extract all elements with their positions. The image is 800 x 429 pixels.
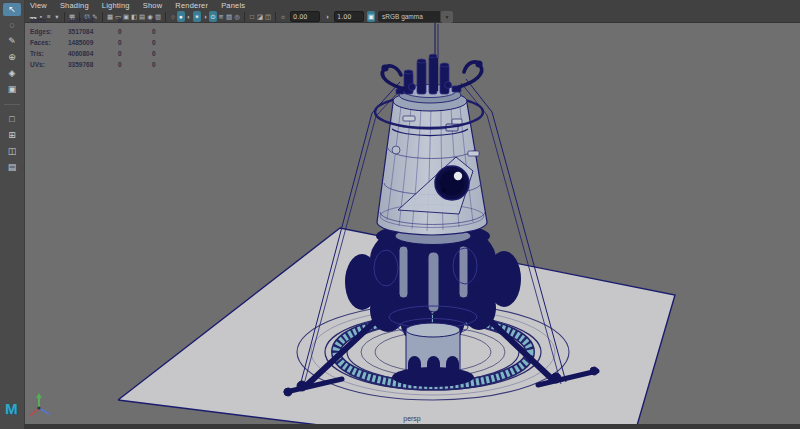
viewport-scene[interactable] (24, 22, 800, 429)
chevron-down-icon: ▼ (441, 11, 453, 23)
hud-verts-value: 2021934 (68, 17, 118, 24)
menu-shading[interactable]: Shading (60, 1, 89, 10)
hud-faces-value: 1485009 (68, 39, 118, 46)
toolbar-separator (275, 12, 276, 22)
view-transform-toggle-icon[interactable]: ▣ (367, 11, 375, 22)
two-pane-layout-icon[interactable]: ◫ (3, 145, 21, 158)
isolate-select-icon[interactable]: □ (248, 11, 256, 22)
screen-space-ao-icon[interactable]: ⊙ (209, 11, 217, 22)
view-transform-dropdown[interactable]: sRGB gamma ▼ (378, 11, 453, 23)
hud-verts-col3: 0 (152, 17, 186, 24)
four-pane-layout-icon[interactable]: ⊞ (3, 129, 21, 142)
tool-box: ↖◌✎⊕◈▣□⊞◫▤ (0, 0, 25, 429)
hud-tris-col3: 0 (152, 50, 186, 57)
top-assembly[interactable] (393, 54, 467, 111)
toolbar-separator (4, 104, 20, 105)
hud-edges-label: Edges: (30, 28, 68, 35)
shadows-icon[interactable]: ◑ (201, 11, 209, 22)
hud-uvs-col3: 0 (152, 61, 186, 68)
menu-row: View Shading Lighting Show Renderer Pane… (24, 0, 800, 9)
camera-label[interactable]: persp (24, 415, 800, 422)
maya-window: View Shading Lighting Show Renderer Pane… (0, 0, 800, 429)
single-pane-layout-icon[interactable]: □ (3, 113, 21, 126)
depth-of-field-icon[interactable]: ◎ (233, 11, 241, 22)
lasso-select-tool-icon[interactable]: ◌ (3, 19, 21, 32)
view-transform-value: sRGB gamma (378, 11, 440, 22)
menu-panels[interactable]: Panels (221, 1, 245, 10)
hud-uvs-label: UVs: (30, 61, 68, 68)
porthole (435, 166, 469, 200)
menu-lighting[interactable]: Lighting (102, 1, 130, 10)
hud-faces-col3: 0 (152, 39, 186, 46)
maya-logo: M (5, 401, 18, 416)
hud-uvs-col2: 0 (118, 61, 152, 68)
hud-edges-value: 3517084 (68, 28, 118, 35)
gamma-field[interactable] (334, 11, 364, 22)
gamma-icon[interactable]: ◑ (323, 11, 331, 22)
paint-select-tool-icon[interactable]: ✎ (3, 35, 21, 48)
menu-view[interactable]: View (30, 1, 47, 10)
hud-stats: Verts: 2021934 0 0 Edges: 3517084 0 0 Fa… (30, 15, 186, 70)
engine-body[interactable] (377, 93, 487, 235)
multisample-aa-icon[interactable]: ▨ (225, 11, 233, 22)
move-tool-icon[interactable]: ⊕ (3, 51, 21, 64)
rotate-tool-icon[interactable]: ◈ (3, 67, 21, 80)
hud-verts-col2: 0 (118, 17, 152, 24)
perspective-viewport[interactable]: persp (24, 22, 800, 429)
hud-verts-label: Verts: (30, 17, 68, 24)
menu-renderer[interactable]: Renderer (175, 1, 208, 10)
use-all-lights-icon[interactable]: ✶ (193, 11, 201, 22)
hud-faces-col2: 0 (118, 39, 152, 46)
view-axis-gizmo[interactable] (27, 392, 53, 420)
viewport-bottom-edge (24, 424, 800, 429)
hud-faces-label: Faces: (30, 39, 68, 46)
hud-edges-col2: 0 (118, 28, 152, 35)
exposure-icon[interactable]: ☼ (279, 11, 287, 22)
hud-edges-col3: 0 (152, 28, 186, 35)
outliner-layout-icon[interactable]: ▤ (3, 161, 21, 174)
hud-tris-value: 4060804 (68, 50, 118, 57)
hud-tris-col2: 0 (118, 50, 152, 57)
hud-uvs-value: 3359768 (68, 61, 118, 68)
x-ray-joints-icon[interactable]: ◫ (264, 11, 272, 22)
scale-tool-icon[interactable]: ▣ (3, 83, 21, 96)
hud-tris-label: Tris: (30, 50, 68, 57)
textured-icon[interactable]: ◐ (185, 11, 193, 22)
exposure-field[interactable] (290, 11, 320, 22)
motion-blur-icon[interactable]: ≋ (217, 11, 225, 22)
x-ray-icon[interactable]: ◪ (256, 11, 264, 22)
select-tool-icon[interactable]: ↖ (3, 3, 21, 16)
menu-show[interactable]: Show (143, 1, 163, 10)
toolbar-separator (244, 12, 245, 22)
